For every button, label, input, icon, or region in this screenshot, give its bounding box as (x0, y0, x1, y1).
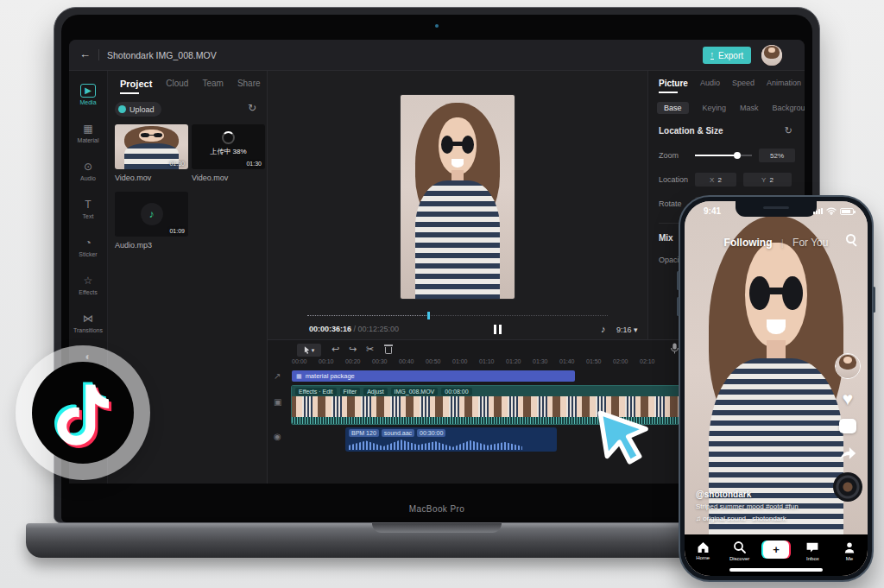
location-x-field[interactable]: X 2 (695, 173, 736, 187)
project-title: Shotondark IMG_008.MOV (107, 50, 217, 60)
back-icon[interactable]: ← (79, 47, 91, 60)
media-item-audio[interactable]: ♪ 01:09 (115, 192, 188, 237)
comment-icon[interactable] (839, 419, 856, 433)
delete-icon[interactable] (385, 347, 392, 354)
preview-image (401, 95, 515, 299)
track3-toggle-icon[interactable]: ◉ (274, 432, 281, 441)
export-button[interactable]: ↑ Export (703, 47, 751, 64)
user-avatar[interactable] (761, 45, 782, 66)
creator-avatar[interactable] (835, 353, 861, 379)
sidebar-item-audio[interactable]: ⊙ Audio (69, 158, 108, 181)
ruler-label: 00:50 (426, 358, 452, 364)
location-y-field[interactable]: Y 2 (743, 173, 792, 187)
tab-for-you[interactable]: For You (792, 237, 828, 249)
tab-project[interactable]: Project (120, 79, 152, 89)
inbox-icon (805, 541, 819, 554)
tab-following[interactable]: Following (724, 237, 773, 249)
undo-icon[interactable]: ↩ (332, 344, 339, 355)
discover-icon (733, 541, 747, 554)
signal-icon (813, 208, 823, 215)
timecode: 00:00:36:16 / 00:12:25:00 (309, 325, 399, 333)
create-button[interactable]: + (761, 541, 791, 559)
mix-section-title: Mix (659, 233, 673, 243)
sidebar-item-transitions[interactable]: ⋈ Transitions (69, 310, 108, 333)
tab-share[interactable]: Share (237, 79, 261, 89)
upload-button[interactable]: Upload (115, 102, 161, 117)
upload-icon (118, 105, 126, 113)
nav-me[interactable]: Me (831, 534, 868, 576)
nav-home[interactable]: Home (685, 534, 721, 576)
nav-home-label: Home (696, 555, 710, 560)
sound-disc-icon[interactable] (833, 472, 862, 502)
split-icon[interactable]: ✂ (366, 344, 374, 355)
tab-picture[interactable]: Picture (659, 79, 688, 88)
sidebar-item-text[interactable]: T Text (69, 196, 108, 219)
material-icon: ▦ (83, 123, 92, 135)
media-item-video2[interactable]: 上传中 38% 01:30 (192, 124, 265, 169)
zoom-slider-knob[interactable] (734, 152, 741, 159)
track2-toggle-icon[interactable]: ▣ (274, 397, 281, 407)
zoom-label: Zoom (659, 151, 679, 160)
username[interactable]: @shotondark (696, 490, 806, 499)
tab-cloud[interactable]: Cloud (166, 79, 188, 89)
tab-team[interactable]: Team (202, 79, 223, 89)
ruler-label: 00:40 (399, 358, 426, 364)
action-rail: ♥ (833, 353, 862, 502)
aspect-ratio-select[interactable]: 9:16 ▾ (616, 326, 638, 334)
redo-icon[interactable]: ↪ (349, 344, 357, 355)
ruler-label: 00:10 (319, 358, 345, 364)
track1-toggle-icon[interactable]: ↗ (274, 371, 281, 381)
media-tabs: Project Cloud Team Share (120, 79, 261, 89)
audio-label: Audio.mp3 (115, 241, 152, 250)
pause-button[interactable] (494, 325, 502, 334)
share-icon[interactable] (838, 445, 857, 461)
status-icons (813, 207, 854, 215)
tab-speed[interactable]: Speed (732, 79, 755, 88)
zoom-value: 52% (770, 152, 784, 160)
select-tool-button[interactable]: ▾ (297, 344, 321, 357)
phone-mockup: 9:41 Following | For You (679, 195, 874, 582)
audio-bpm-badge: BPM 120 (349, 429, 379, 437)
tab-audio[interactable]: Audio (700, 79, 720, 88)
playhead-marker[interactable] (427, 312, 430, 319)
wifi-icon (826, 207, 837, 215)
like-icon[interactable]: ♥ (843, 390, 853, 408)
upload-progress-spinner (222, 131, 235, 144)
zoom-value-box[interactable]: 52% (759, 149, 795, 162)
tiktok-note-icon (32, 362, 134, 464)
sound-title[interactable]: ♫ original sound - shotondark (696, 515, 806, 522)
upload-status-text: 上传中 38% (192, 147, 265, 156)
media-item-video1[interactable]: 01:30 (115, 124, 188, 169)
sidebar-item-sticker[interactable]: ◔ Sticker (69, 234, 108, 257)
export-icon: ↑ (710, 51, 715, 60)
video1-label: Video.mov (115, 174, 151, 182)
audio-duration: 01:09 (169, 228, 185, 234)
sidebar-label: Transitions (69, 327, 108, 333)
audio-track-clip[interactable]: BPM 120 sound.aac 00:30:00 (345, 427, 557, 452)
upload-label: Upload (129, 105, 155, 114)
sidebar-item-media[interactable]: ▶ Media (69, 81, 108, 105)
timeline-ruler[interactable]: 00:00 00:10 00:20 00:30 00:40 00:50 01:0… (292, 358, 666, 364)
cursor-pointer (596, 406, 656, 468)
status-time: 9:41 (704, 206, 721, 216)
subtab-keying[interactable]: Keying (703, 104, 727, 112)
tab-animation[interactable]: Animation (767, 79, 801, 88)
video-preview[interactable] (401, 95, 515, 299)
audio-clip-header: BPM 120 sound.aac 00:30:00 (345, 427, 557, 437)
home-indicator[interactable] (729, 568, 823, 572)
material-package-clip[interactable]: ▦ material package (292, 370, 575, 382)
subtab-mask[interactable]: Mask (740, 104, 759, 112)
subtab-base[interactable]: Base (657, 102, 689, 114)
zoom-slider-fill (695, 155, 736, 156)
section-location-size: Location & Size (659, 126, 723, 136)
ruler-label: 01:30 (533, 358, 559, 364)
sidebar-item-effects[interactable]: ☆ Effects (69, 272, 108, 295)
sidebar-item-material[interactable]: ▦ Material (69, 120, 108, 143)
reset-icon[interactable]: ↻ (785, 125, 792, 136)
phone-notch (736, 201, 817, 217)
y-value: 2 (769, 176, 773, 184)
volume-up-button (677, 271, 679, 290)
subtab-background[interactable]: Background (773, 104, 805, 112)
refresh-icon[interactable]: ↻ (248, 102, 256, 114)
search-icon[interactable] (846, 234, 856, 243)
